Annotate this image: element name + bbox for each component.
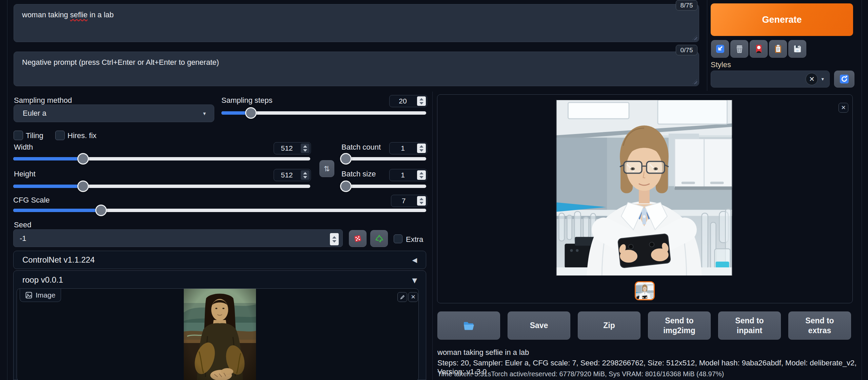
slider-handle[interactable] bbox=[340, 153, 352, 165]
slider-handle[interactable] bbox=[95, 205, 107, 216]
height-input[interactable]: 512 bbox=[274, 169, 311, 181]
output-prompt-text: woman taking seflie in a lab bbox=[437, 348, 529, 357]
image-icon bbox=[25, 292, 32, 299]
open-folder-button[interactable] bbox=[437, 311, 500, 340]
batch-size-input[interactable]: 1 bbox=[389, 169, 427, 181]
paste-params-button[interactable] bbox=[711, 40, 729, 58]
output-time-vram-text: Time taken: 5.31sTorch active/reserved: … bbox=[437, 370, 724, 378]
floppy-save-icon bbox=[793, 44, 802, 54]
roop-title: roop v0.0.1 bbox=[22, 275, 63, 285]
divider bbox=[7, 0, 7, 380]
generate-button[interactable]: Generate bbox=[711, 3, 853, 36]
sampling-method-dropdown[interactable]: Euler a ▾ bbox=[14, 104, 214, 122]
image-tab[interactable]: Image bbox=[20, 289, 61, 302]
chevron-down-icon: ▾ bbox=[203, 110, 206, 117]
negative-prompt-input[interactable]: Negative prompt (press Ctrl+Enter or Alt… bbox=[14, 52, 699, 86]
spinner[interactable] bbox=[417, 144, 426, 153]
seed-label: Seed bbox=[14, 221, 31, 229]
spinner[interactable] bbox=[301, 144, 310, 153]
image-tab-label: Image bbox=[36, 291, 55, 299]
negative-token-counter: 0/75 bbox=[676, 45, 697, 55]
resize-grip[interactable] bbox=[692, 79, 697, 84]
chevron-down-icon[interactable]: ▾ bbox=[821, 76, 824, 82]
apply-styles-button[interactable] bbox=[769, 40, 787, 58]
sampling-method-label: Sampling method bbox=[14, 96, 72, 105]
accordion-expanded-icon: ▼ bbox=[412, 277, 417, 284]
spinner[interactable] bbox=[330, 233, 339, 245]
extra-seed-checkbox[interactable] bbox=[394, 234, 402, 243]
controlnet-accordion[interactable]: ControlNet v1.1.224 ◀ bbox=[13, 251, 426, 269]
divider bbox=[707, 0, 707, 91]
spinner[interactable] bbox=[417, 96, 426, 106]
swap-dimensions-button[interactable]: ⇅ bbox=[319, 160, 334, 177]
spinner[interactable] bbox=[417, 196, 426, 206]
cfg-scale-slider[interactable] bbox=[13, 205, 426, 216]
send-to-img2img-button[interactable]: Send to img2img bbox=[648, 311, 711, 340]
hires-fix-checkbox[interactable] bbox=[55, 131, 65, 140]
styles-label: Styles bbox=[711, 60, 731, 69]
batch-count-label: Batch count bbox=[341, 143, 381, 152]
recycle-icon bbox=[375, 234, 384, 243]
close-gallery-button[interactable]: ✕ bbox=[839, 103, 848, 113]
save-button[interactable]: Save bbox=[508, 311, 570, 340]
spinner[interactable] bbox=[301, 170, 310, 180]
extra-networks-button[interactable] bbox=[750, 40, 768, 58]
prompt-text: woman taking seflie in a lab bbox=[22, 11, 114, 19]
seed-value: -1 bbox=[20, 234, 26, 243]
slider-handle[interactable] bbox=[340, 180, 352, 192]
divider bbox=[432, 92, 433, 380]
paste-params-icon bbox=[715, 44, 725, 54]
accordion-collapsed-icon: ◀ bbox=[412, 256, 417, 264]
save-style-button[interactable] bbox=[788, 40, 806, 58]
clear-prompt-button[interactable] bbox=[730, 40, 748, 58]
width-label: Width bbox=[14, 143, 33, 152]
height-label: Height bbox=[14, 170, 36, 178]
extra-networks-card-icon bbox=[754, 44, 764, 54]
remove-image-button[interactable]: ✕ bbox=[408, 292, 418, 302]
slider-handle[interactable] bbox=[77, 180, 89, 192]
batch-size-label: Batch size bbox=[341, 170, 376, 178]
sampling-steps-input[interactable]: 20 bbox=[389, 95, 427, 107]
sampling-method-value: Euler a bbox=[23, 109, 203, 118]
zip-button[interactable]: Zip bbox=[578, 311, 640, 340]
batch-size-slider[interactable] bbox=[341, 180, 426, 192]
reuse-seed-button[interactable] bbox=[370, 230, 388, 247]
height-slider[interactable] bbox=[13, 180, 310, 192]
refresh-icon bbox=[839, 74, 849, 84]
seed-input[interactable]: -1 bbox=[13, 229, 343, 247]
gallery-actions: Save Zip Send to img2img Send to inpaint… bbox=[437, 311, 851, 340]
clear-x-icon[interactable]: ✕ bbox=[806, 73, 818, 85]
slider-handle[interactable] bbox=[245, 107, 257, 119]
extra-seed-label: Extra bbox=[406, 235, 423, 244]
width-input[interactable]: 512 bbox=[274, 142, 311, 154]
dice-icon bbox=[353, 234, 362, 243]
generated-image[interactable] bbox=[556, 100, 732, 276]
slider-handle[interactable] bbox=[77, 153, 89, 165]
folder-icon bbox=[463, 321, 475, 331]
trash-icon bbox=[735, 44, 744, 54]
txt2img-screen: woman taking seflie in a lab 8/75 Negati… bbox=[0, 0, 868, 380]
divider bbox=[862, 0, 862, 380]
misspelled-word: seflie bbox=[70, 11, 87, 19]
refresh-styles-button[interactable] bbox=[834, 71, 854, 88]
random-seed-button[interactable] bbox=[349, 230, 367, 247]
styles-dropdown[interactable]: ✕ ▾ bbox=[711, 71, 830, 88]
send-to-inpaint-button[interactable]: Send to inpaint bbox=[718, 311, 781, 340]
batch-count-input[interactable]: 1 bbox=[389, 142, 427, 154]
resize-grip[interactable] bbox=[692, 35, 697, 40]
roop-source-image[interactable] bbox=[184, 289, 256, 380]
edit-image-button[interactable] bbox=[397, 292, 407, 302]
swap-arrows-icon: ⇅ bbox=[324, 165, 330, 173]
width-slider[interactable] bbox=[13, 153, 310, 165]
gallery-thumbnail-selected[interactable] bbox=[635, 281, 655, 300]
clipboard-icon bbox=[773, 44, 783, 54]
tiling-checkbox[interactable] bbox=[14, 131, 23, 140]
negative-prompt-placeholder: Negative prompt (press Ctrl+Enter or Alt… bbox=[22, 58, 219, 67]
prompt-input[interactable]: woman taking seflie in a lab bbox=[14, 4, 699, 42]
spinner[interactable] bbox=[417, 170, 426, 180]
send-to-extras-button[interactable]: Send to extras bbox=[788, 311, 851, 340]
batch-count-slider[interactable] bbox=[341, 153, 426, 165]
pencil-icon bbox=[400, 295, 405, 300]
sampling-steps-label: Sampling steps bbox=[221, 96, 272, 105]
sampling-steps-slider[interactable] bbox=[221, 107, 426, 119]
